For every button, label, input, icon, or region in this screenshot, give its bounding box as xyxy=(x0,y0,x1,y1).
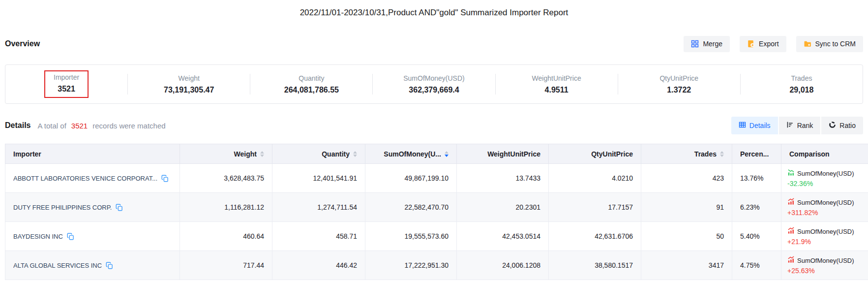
comparison-metric: SumOfMoney(USD) xyxy=(797,199,854,206)
overview-section-header: Overview Merge Export Sync to CRM xyxy=(5,35,863,52)
copy-icon[interactable] xyxy=(161,175,169,182)
copy-icon[interactable] xyxy=(116,204,123,211)
trades-cell: 423 xyxy=(641,164,732,193)
importer-name[interactable]: BAYDESIGN INC xyxy=(13,233,63,240)
table-row: BAYDESIGN INC460.64458.7119,555,573.6042… xyxy=(5,222,868,251)
comparison-metric-row: SumOfMoney(USD) xyxy=(787,227,868,236)
trades-cell: 91 xyxy=(641,193,732,222)
trades-cell: 50 xyxy=(641,222,732,251)
stat-value: 29,018 xyxy=(741,86,863,94)
column-header-content: Percen... xyxy=(732,150,781,158)
details-heading: Details xyxy=(5,121,30,130)
tab-details-label: Details xyxy=(749,122,771,129)
trend-up-icon xyxy=(787,227,795,236)
overview-stat-quantity: Quantity264,081,786.55 xyxy=(250,74,372,94)
comparison-content: SumOfMoney(USD)-32.36% xyxy=(781,169,868,188)
stat-value: 3521 xyxy=(54,85,79,94)
merge-button[interactable]: Merge xyxy=(684,36,730,52)
percent-cell: 13.76% xyxy=(732,164,781,193)
tab-rank-label: Rank xyxy=(797,122,813,129)
trend-up-icon xyxy=(787,256,795,265)
stat-label: Quantity xyxy=(250,74,372,82)
overview-stat-qtyunitprice: QtyUnitPrice1.3722 xyxy=(618,74,740,94)
column-header-weight[interactable]: Weight xyxy=(180,144,272,164)
sort-caret-icon[interactable] xyxy=(445,151,449,157)
overview-stat-weight: Weight73,191,305.47 xyxy=(128,74,250,94)
quantity-cell: 12,401,541.91 xyxy=(272,164,365,193)
weight-cell: 1,116,281.12 xyxy=(180,193,272,222)
column-header-content: Comparison xyxy=(781,150,868,158)
details-subtitle-prefix: A total of xyxy=(37,122,66,130)
stat-label: Weight xyxy=(128,74,250,82)
comparison-metric-row: SumOfMoney(USD) xyxy=(787,256,868,265)
qty-unit-price-cell: 38,580.1517 xyxy=(549,251,641,280)
table-row: ALTA GLOBAL SERVICES INC717.44446.4217,2… xyxy=(5,251,868,280)
sort-caret-icon[interactable] xyxy=(353,151,357,157)
comparison-metric: SumOfMoney(USD) xyxy=(797,257,854,264)
column-header-sumofmoney-u[interactable]: SumOfMoney(U... xyxy=(365,144,457,164)
column-header-quantity[interactable]: Quantity xyxy=(272,144,365,164)
overview-stat-trades: Trades29,018 xyxy=(741,74,863,94)
sort-caret-icon[interactable] xyxy=(720,151,724,157)
tab-rank[interactable]: Rank xyxy=(779,117,821,134)
sort-caret-icon[interactable] xyxy=(260,151,264,157)
importer-cell-content: ALTA GLOBAL SERVICES INC xyxy=(5,262,180,269)
sync-to-crm-button-label: Sync to CRM xyxy=(815,40,856,48)
weight-unit-price-cell: 20.2301 xyxy=(457,193,549,222)
importer-cell: ALTA GLOBAL SERVICES INC xyxy=(5,251,180,280)
trend-down-icon xyxy=(787,169,795,178)
column-header-content: Quantity xyxy=(272,150,365,158)
overview-stat-importer: Importer3521 xyxy=(5,70,127,98)
comparison-change: +25.63% xyxy=(787,267,868,275)
importer-cell: ABBOTT LABORATORIES VENICE CORPORAT... xyxy=(5,164,180,193)
column-label: Weight xyxy=(234,150,257,158)
column-header-importer: Importer xyxy=(5,144,180,164)
qty-unit-price-cell: 4.0210 xyxy=(549,164,641,193)
sync-to-crm-button[interactable]: Sync to CRM xyxy=(796,36,863,52)
details-section-header: Details A total of 3521 records were mat… xyxy=(5,117,863,134)
column-label: Percen... xyxy=(740,150,769,158)
comparison-metric-row: SumOfMoney(USD) xyxy=(787,198,868,207)
importer-name[interactable]: ALTA GLOBAL SERVICES INC xyxy=(13,262,102,269)
importer-name[interactable]: ABBOTT LABORATORIES VENICE CORPORAT... xyxy=(13,175,157,182)
ratio-icon xyxy=(829,121,836,130)
column-label: Quantity xyxy=(322,150,350,158)
comparison-cell: SumOfMoney(USD)+25.63% xyxy=(781,251,868,280)
overview-card: Importer3521Weight73,191,305.47Quantity2… xyxy=(5,64,863,104)
copy-icon[interactable] xyxy=(106,262,113,269)
export-button[interactable]: Export xyxy=(740,36,786,52)
column-header-percen: Percen... xyxy=(732,144,781,164)
column-header-content: Trades xyxy=(641,150,732,158)
column-header-weightunitprice: WeightUnitPrice xyxy=(457,144,549,164)
overview-stat-sumofmoney-usd: SumOfMoney(USD)362,379,669.4 xyxy=(373,74,495,94)
weight-unit-price-cell: 24,006.1208 xyxy=(457,251,549,280)
column-header-content: WeightUnitPrice xyxy=(457,150,548,158)
stat-value: 73,191,305.47 xyxy=(128,86,250,94)
rank-icon xyxy=(786,121,794,130)
comparison-cell: SumOfMoney(USD)-32.36% xyxy=(781,164,868,193)
importer-cell: BAYDESIGN INC xyxy=(5,222,180,251)
importer-cell-content: BAYDESIGN INC xyxy=(5,233,180,240)
copy-icon[interactable] xyxy=(67,233,74,240)
column-header-content: Importer xyxy=(5,150,180,158)
importer-table: ImporterWeightQuantitySumOfMoney(U...Wei… xyxy=(5,144,868,280)
tab-ratio-label: Ratio xyxy=(839,122,856,129)
view-switcher: Details Rank Ratio xyxy=(731,117,863,134)
stat-label: Importer xyxy=(54,73,79,81)
column-header-trades[interactable]: Trades xyxy=(641,144,732,164)
column-label: Comparison xyxy=(789,150,830,158)
table-header-row: ImporterWeightQuantitySumOfMoney(U...Wei… xyxy=(5,144,868,164)
importer-name[interactable]: DUTY FREE PHILIPPINES CORP. xyxy=(13,204,112,211)
column-label: Importer xyxy=(13,150,41,158)
comparison-content: SumOfMoney(USD)+311.82% xyxy=(781,198,868,217)
column-header-content: Weight xyxy=(180,150,272,158)
comparison-change: -32.36% xyxy=(787,180,868,188)
column-label: Trades xyxy=(694,150,717,158)
comparison-change: +21.9% xyxy=(787,238,868,246)
table-icon xyxy=(739,121,746,130)
tab-details[interactable]: Details xyxy=(731,117,778,134)
record-count: 3521 xyxy=(71,122,88,130)
tab-ratio[interactable]: Ratio xyxy=(821,117,863,134)
stat-value: 1.3722 xyxy=(618,86,740,94)
merge-icon xyxy=(691,40,699,48)
